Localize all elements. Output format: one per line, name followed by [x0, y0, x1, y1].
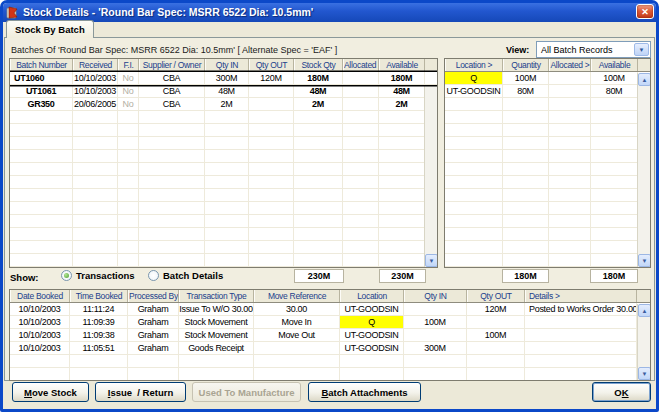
empty-cell — [139, 111, 205, 124]
column-header[interactable]: Quantity — [503, 59, 549, 71]
table-row[interactable]: 10/10/2003 11:09:38 Graham Stock Movemen… — [10, 329, 650, 342]
cell-details — [525, 342, 637, 355]
column-header[interactable]: Qty OUT — [467, 290, 525, 302]
column-header[interactable]: Processed By — [128, 290, 179, 302]
empty-cell — [294, 202, 343, 215]
location-available-total: 180M — [590, 269, 638, 283]
close-icon[interactable]: ✕ — [636, 4, 654, 19]
cell-qty-out: 100M — [467, 329, 525, 342]
empty-cell — [445, 150, 503, 163]
scroll-up-icon[interactable]: ▲ — [638, 73, 651, 86]
ok-button[interactable]: OK — [592, 382, 651, 402]
cell-date: 10/10/2003 — [10, 342, 70, 355]
batch-attachments-button[interactable]: Batch Attachments — [308, 382, 421, 402]
empty-cell — [205, 202, 249, 215]
scroll-down-icon[interactable]: ▼ — [638, 254, 651, 267]
radio-transactions[interactable]: Transactions — [61, 270, 135, 281]
empty-cell — [10, 189, 73, 202]
column-header[interactable]: Qty IN — [404, 290, 467, 302]
empty-cell — [379, 202, 425, 215]
issue-return-button[interactable]: Issue / Return — [95, 382, 186, 402]
radio-batch-details[interactable]: Batch Details — [148, 270, 223, 281]
column-header[interactable]: Stock Qty — [294, 59, 343, 71]
empty-cell — [503, 124, 549, 137]
table-row[interactable]: 10/10/2003 11:05:51 Graham Goods Receipt… — [10, 342, 650, 355]
cell-allocated — [343, 98, 379, 111]
batch-available-total: 230M — [379, 269, 426, 283]
column-header[interactable]: Batch Number — [10, 59, 73, 71]
table-row[interactable]: 10/10/2003 11:09:39 Graham Stock Movemen… — [10, 316, 650, 329]
location-table-scrollbar[interactable]: ▲ ▼ — [637, 73, 650, 267]
empty-cell — [10, 163, 73, 176]
empty-cell — [591, 150, 638, 163]
empty-cell — [249, 150, 294, 163]
column-header[interactable]: Location — [340, 290, 404, 302]
column-header[interactable]: F.I. — [118, 59, 139, 71]
cell-stock-qty: 180M — [294, 72, 343, 85]
empty-cell — [10, 176, 73, 189]
table-row[interactable]: UT-GOODSIN 80M 80M — [445, 85, 650, 98]
table-row[interactable]: UT1061 10/10/2003 No CBA 48M 48M 48M — [10, 85, 437, 98]
empty-row — [10, 254, 437, 267]
column-header[interactable]: Supplier / Owner — [139, 59, 205, 71]
empty-cell — [343, 202, 379, 215]
empty-cell — [343, 111, 379, 124]
column-header[interactable]: Available — [379, 59, 425, 71]
empty-cell — [10, 202, 73, 215]
empty-cell — [445, 202, 503, 215]
column-header[interactable]: Transaction Type — [179, 290, 254, 302]
radio-unselected-icon[interactable] — [148, 270, 159, 281]
column-header[interactable]: Qty IN — [205, 59, 249, 71]
scroll-up-icon[interactable]: ▲ — [638, 304, 651, 317]
table-row-selected[interactable]: UT1060 10/10/2003 No CBA 300M 120M 180M … — [10, 72, 437, 85]
empty-row — [10, 124, 437, 137]
column-header[interactable]: Move Reference — [254, 290, 340, 302]
table-row[interactable]: GR350 20/06/2005 No CBA 2M 2M 2M — [10, 98, 437, 111]
cell-date: 10/10/2003 — [10, 329, 70, 342]
tab-stock-by-batch[interactable]: Stock By Batch — [6, 20, 94, 38]
column-header[interactable]: Allocated > — [343, 59, 379, 71]
move-stock-button[interactable]: Move Stock — [12, 382, 89, 402]
scroll-down-glyph: ▼ — [429, 258, 435, 264]
empty-cell — [10, 254, 73, 267]
empty-cell — [139, 137, 205, 150]
radio-selected-icon[interactable] — [61, 270, 72, 281]
view-dropdown[interactable]: All Batch Records ▼ — [536, 41, 651, 58]
column-header[interactable]: Date Booked — [10, 290, 70, 302]
empty-cell — [591, 189, 638, 202]
column-header[interactable]: Qty OUT — [249, 59, 294, 71]
scroll-down-icon[interactable]: ▼ — [425, 254, 438, 267]
transaction-table-scrollbar[interactable]: ▲ ▼ — [637, 304, 650, 380]
column-header[interactable]: Details > — [525, 290, 637, 302]
table-row[interactable]: 10/10/2003 11:11:24 Graham Issue To W/O … — [10, 303, 650, 316]
empty-cell — [73, 228, 118, 241]
empty-cell — [294, 228, 343, 241]
column-header[interactable]: Available — [591, 59, 638, 71]
table-row[interactable]: Q 100M 100M — [445, 72, 650, 85]
empty-cell — [205, 137, 249, 150]
radio-label[interactable]: Batch Details — [163, 270, 223, 281]
header-corner — [637, 290, 650, 302]
title-bar[interactable]: Stock Details - 'Round Bar Spec: MSRR 65… — [2, 2, 657, 22]
empty-cell — [549, 150, 591, 163]
radio-label[interactable]: Transactions — [76, 270, 135, 281]
column-header[interactable]: Time Booked — [70, 290, 128, 302]
batch-table-scrollbar[interactable]: ▲ ▼ — [424, 73, 437, 267]
empty-cell — [10, 124, 73, 137]
empty-cell — [503, 254, 549, 267]
empty-row — [445, 124, 650, 137]
empty-cell — [10, 241, 73, 254]
empty-row — [445, 189, 650, 202]
empty-cell — [205, 254, 249, 267]
empty-cell — [445, 215, 503, 228]
column-header[interactable]: Allocated > — [549, 59, 591, 71]
empty-cell — [294, 254, 343, 267]
empty-cell — [205, 241, 249, 254]
scroll-down-icon[interactable]: ▼ — [638, 367, 651, 380]
empty-cell — [503, 163, 549, 176]
column-header[interactable]: Received — [73, 59, 118, 71]
empty-cell — [73, 124, 118, 137]
chevron-down-icon[interactable]: ▼ — [634, 43, 649, 56]
empty-row — [10, 355, 650, 368]
column-header[interactable]: Location > — [445, 59, 503, 71]
